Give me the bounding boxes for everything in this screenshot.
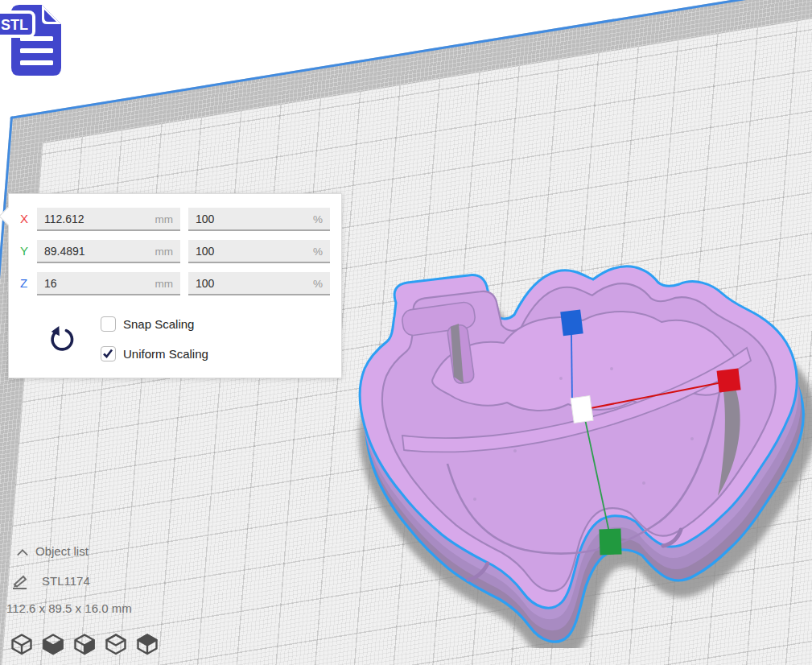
scale-row-x: X mm % xyxy=(9,208,341,231)
object-list-title: Object list xyxy=(35,544,89,558)
view-orientation-toolbar xyxy=(10,632,159,656)
object-list-header[interactable]: Object list xyxy=(16,546,29,560)
scale-handle-x[interactable] xyxy=(717,368,741,392)
scale-z-mm-input[interactable] xyxy=(37,272,180,295)
stl-file-icon: STL xyxy=(0,0,74,84)
snap-scaling-checkbox[interactable] xyxy=(101,316,116,332)
x-axis-label: X xyxy=(20,212,35,225)
y-axis-label: Y xyxy=(20,244,35,258)
chevron-up-icon xyxy=(16,547,29,557)
scale-handle-y[interactable] xyxy=(599,529,621,556)
cube-3d-icon xyxy=(10,633,34,655)
view-3d-button[interactable] xyxy=(10,632,34,656)
scale-y-percent-input[interactable] xyxy=(188,240,330,263)
cube-top-icon xyxy=(135,633,159,655)
pencil-icon xyxy=(11,573,31,589)
object-name: STL1174 xyxy=(42,574,90,588)
view-top-button[interactable] xyxy=(72,632,97,656)
z-axis-label: Z xyxy=(20,276,35,290)
scale-handle-uniform[interactable] xyxy=(571,395,593,423)
reset-icon xyxy=(47,325,75,353)
view-left-button[interactable] xyxy=(104,632,128,656)
checkmark-icon xyxy=(101,347,114,360)
scale-z-percent-input[interactable] xyxy=(188,272,330,295)
viewport-3d[interactable]: { "window": { "title": "3D print prepara… xyxy=(0,0,812,665)
view-right-button[interactable] xyxy=(135,632,159,656)
cube-outline-icon xyxy=(104,633,128,655)
scale-row-y: Y mm % xyxy=(9,240,341,263)
scale-tool-panel: X mm % Y mm % Z mm % xyxy=(8,193,342,378)
scale-handle-z[interactable] xyxy=(560,310,583,337)
view-front-button[interactable] xyxy=(41,632,65,656)
cube-front-icon xyxy=(41,633,65,655)
cube-side-icon xyxy=(72,633,97,655)
scale-x-percent-input[interactable] xyxy=(188,208,330,231)
scale-x-mm-input[interactable] xyxy=(37,208,180,231)
reset-scale-button[interactable] xyxy=(47,325,75,353)
scale-y-mm-input[interactable] xyxy=(37,240,180,263)
model-dimensions: 112.6 x 89.5 x 16.0 mm xyxy=(6,601,132,615)
uniform-scaling-checkbox[interactable] xyxy=(101,346,116,361)
model-stl1174[interactable] xyxy=(326,254,812,648)
snap-scaling-label: Snap Scaling xyxy=(123,317,194,331)
stl-badge: STL xyxy=(1,17,28,33)
object-list-item[interactable]: STL1174 xyxy=(11,573,31,592)
z-axis-line xyxy=(571,334,572,401)
uniform-scaling-label: Uniform Scaling xyxy=(123,347,208,361)
scale-row-z: Z mm % xyxy=(9,272,341,295)
